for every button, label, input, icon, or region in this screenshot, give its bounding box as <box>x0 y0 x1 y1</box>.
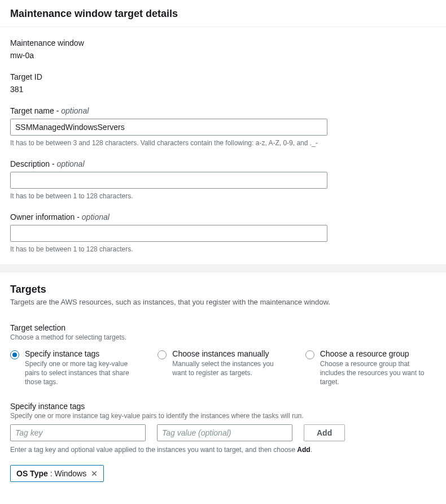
target-name-input[interactable] <box>10 119 327 136</box>
radio-desc: Choose a resource group that includes th… <box>320 359 436 387</box>
radio-title: Choose a resource group <box>320 349 436 358</box>
target-name-hint: It has to be between 3 and 128 character… <box>10 139 436 147</box>
tag-token-sep: : <box>48 469 55 478</box>
target-name-label: Target name - optional <box>10 106 436 115</box>
tag-token: OS Type : Windows <box>10 465 104 482</box>
target-selection-label: Target selection <box>10 323 436 332</box>
tag-token-key: OS Type <box>16 469 48 478</box>
section-divider <box>0 264 446 272</box>
radio-desc: Manually select the instances you want t… <box>172 359 288 377</box>
owner-optional: optional <box>82 212 110 221</box>
targets-heading: Targets <box>10 284 436 296</box>
owner-label: Owner information - optional <box>10 212 436 221</box>
description-label-text: Description - <box>10 159 56 168</box>
radio-icon[interactable] <box>10 350 19 359</box>
radio-specify-tags[interactable]: Specify instance tags Specify one or mor… <box>10 349 141 387</box>
target-name-optional: optional <box>61 106 89 115</box>
radio-choose-manually[interactable]: Choose instances manually Manually selec… <box>158 349 288 387</box>
target-name-label-text: Target name - <box>10 106 61 115</box>
owner-hint: It has to be between 1 to 128 characters… <box>10 245 436 253</box>
description-optional: optional <box>56 159 84 168</box>
owner-input[interactable] <box>10 225 327 242</box>
owner-label-text: Owner information - <box>10 212 82 221</box>
target-selection-radios: Specify instance tags Specify one or mor… <box>10 349 436 387</box>
tags-hint: Specify one or more instance tag key-val… <box>10 412 436 420</box>
target-selection-hint: Choose a method for selecting targets. <box>10 333 436 341</box>
description-input[interactable] <box>10 172 327 189</box>
description-label: Description - optional <box>10 159 436 168</box>
entry-hint-pre: Enter a tag key and optional value appli… <box>10 446 297 454</box>
targets-sub: Targets are the AWS resources, such as i… <box>10 298 436 306</box>
radio-title: Specify instance tags <box>25 349 141 358</box>
tag-key-input[interactable] <box>10 424 146 441</box>
target-id-value: 381 <box>10 85 436 94</box>
tags-label: Specify instance tags <box>10 402 436 411</box>
radio-desc: Specify one or more tag key-value pairs … <box>25 359 141 387</box>
target-id-label: Target ID <box>10 72 436 81</box>
entry-hint-post: . <box>311 446 312 454</box>
entry-hint-bold: Add <box>297 446 310 454</box>
mw-label: Maintenance window <box>10 38 436 47</box>
mw-value: mw-0a <box>10 51 436 60</box>
radio-icon[interactable] <box>158 350 167 359</box>
radio-resource-group[interactable]: Choose a resource group Choose a resourc… <box>305 349 436 387</box>
tag-entry-hint: Enter a tag key and optional value appli… <box>10 446 436 454</box>
close-icon[interactable] <box>91 470 98 477</box>
description-hint: It has to be between 1 to 128 characters… <box>10 192 436 200</box>
tag-token-value: Windows <box>54 469 86 478</box>
radio-title: Choose instances manually <box>172 349 288 358</box>
radio-icon[interactable] <box>305 350 314 359</box>
tag-value-input[interactable] <box>157 424 292 441</box>
page-title: Maintenance window target details <box>10 8 436 20</box>
add-button[interactable]: Add <box>304 424 345 441</box>
